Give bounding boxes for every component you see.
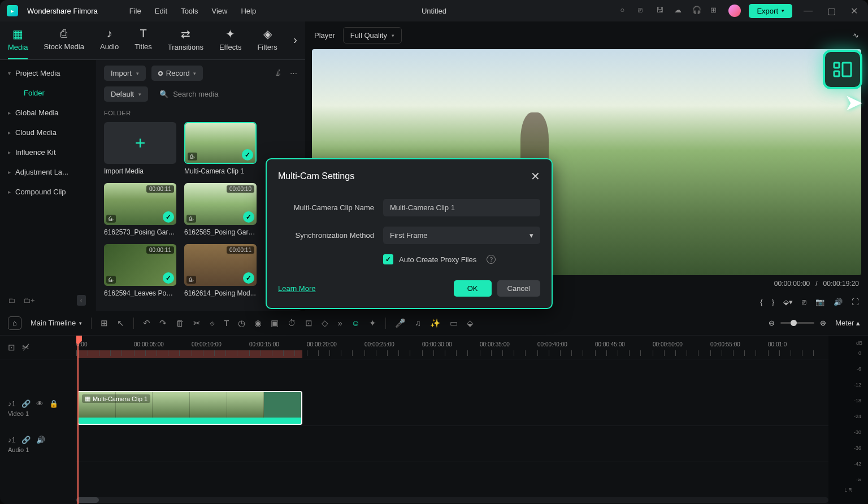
waveform-icon[interactable]: ∿ <box>853 31 859 40</box>
minimize-button[interactable]: — <box>800 6 816 16</box>
save-icon[interactable]: 🖫 <box>656 6 666 16</box>
sidebar-influence-kit[interactable]: ▸Influence Kit <box>0 142 96 162</box>
sort-dropdown[interactable]: Default▾ <box>104 86 148 102</box>
speed-icon[interactable]: ◷ <box>238 318 245 328</box>
proxy-checkbox[interactable]: ✓ <box>383 254 393 264</box>
record-status-icon[interactable]: ○ <box>620 6 630 16</box>
undo-icon[interactable]: ↶ <box>143 318 150 328</box>
tabs-more-button[interactable]: › <box>293 33 297 53</box>
menu-edit[interactable]: Edit <box>155 7 167 15</box>
bracket-open-icon[interactable]: { <box>760 298 762 306</box>
track-icon[interactable]: ⊡ <box>305 318 313 328</box>
collapse-sidebar-icon[interactable]: ‹ <box>77 295 86 306</box>
sync-method-select[interactable]: First Frame▾ <box>383 227 540 244</box>
maximize-button[interactable]: ▢ <box>824 6 839 16</box>
enhance-icon[interactable]: ✦ <box>369 318 376 328</box>
user-avatar[interactable] <box>728 5 741 17</box>
sidebar-folder[interactable]: Folder <box>0 83 96 103</box>
tab-titles[interactable]: TTitles <box>134 27 152 59</box>
sidebar-compound-clip[interactable]: ▸Compound Clip <box>0 182 96 202</box>
quality-dropdown[interactable]: Full Quality▾ <box>343 27 402 44</box>
media-tile[interactable]: 00:00:11⎙ₚ✓6162614_Posing Mod... <box>184 244 257 297</box>
volume-icon[interactable]: 🔊 <box>834 298 843 306</box>
tab-audio[interactable]: ♪Audio <box>100 27 119 59</box>
tl-opt2-icon[interactable]: ✂̸ <box>22 342 29 353</box>
sidebar-adjustment-layer[interactable]: ▸Adjustment La... <box>0 162 96 182</box>
sidebar-project-media[interactable]: ▾Project Media <box>0 63 96 83</box>
speaker-icon[interactable]: 🔊 <box>36 436 45 444</box>
ok-button[interactable]: OK <box>454 280 492 297</box>
keyframe-icon[interactable]: ◇ <box>322 318 328 328</box>
media-tile[interactable]: 00:00:11⎙ₚ✓6162594_Leaves Posin... <box>104 244 176 297</box>
link-icon[interactable]: 🔗 <box>21 399 31 408</box>
headphones-icon[interactable]: 🎧 <box>692 6 702 16</box>
crop-icon[interactable]: ⟐ <box>210 318 215 328</box>
sidebar-global-media[interactable]: ▸Global Media <box>0 103 96 123</box>
video-track-header[interactable]: ♪1🔗👁🔒 Video 1 <box>0 390 76 426</box>
cancel-button[interactable]: Cancel <box>497 280 540 297</box>
zoom-control[interactable]: ⊖ ⊕ <box>769 319 826 327</box>
ai-icon[interactable]: ☺ <box>351 318 360 328</box>
pointer-icon[interactable]: ↖ <box>117 318 124 328</box>
audio-track[interactable] <box>76 426 828 462</box>
menu-file[interactable]: File <box>129 7 141 15</box>
media-tile[interactable]: 00:00:11⎙ₚ✓6162573_Posing Gard... <box>104 183 176 236</box>
frame-icon[interactable]: ▭ <box>450 318 458 328</box>
marker2-icon[interactable]: ⬙ <box>467 318 474 328</box>
sparkle-icon[interactable]: ✨ <box>430 318 441 328</box>
tab-media[interactable]: ▦Media <box>8 27 28 59</box>
timeline-home-icon[interactable]: ⌂ <box>8 316 21 330</box>
close-button[interactable]: ✕ <box>847 6 861 16</box>
search-input[interactable]: 🔍Search media <box>154 86 297 102</box>
audio-track-header[interactable]: ♪1🔗🔊 Audio 1 <box>0 426 76 462</box>
delete-icon[interactable]: 🗑 <box>176 318 184 328</box>
new-bin-icon[interactable]: 🗀+ <box>23 296 35 305</box>
menu-help[interactable]: Help <box>241 7 256 15</box>
timeline-ruler[interactable]: 0:0000:00:05:0000:00:10:0000:00:15:0000:… <box>76 336 828 359</box>
media-tile[interactable]: ⎙ₚ✓Multi-Camera Clip 1 <box>184 122 257 175</box>
redo-icon[interactable]: ↷ <box>159 318 167 328</box>
fullscreen-icon[interactable]: ⛶ <box>852 298 859 306</box>
timeline-select[interactable]: Main Timeline▾ <box>31 319 82 327</box>
meter-toggle[interactable]: Meter ▴ <box>835 319 860 327</box>
zoom-in-icon[interactable]: ⊕ <box>820 319 826 327</box>
modal-close-button[interactable]: ✕ <box>531 170 540 183</box>
playhead[interactable] <box>77 336 79 504</box>
multicam-view-button[interactable] <box>823 50 862 89</box>
info-icon[interactable]: ? <box>487 255 496 264</box>
tab-stock-media[interactable]: ⎙Stock Media <box>44 27 84 59</box>
screen-icon[interactable]: ⎚ <box>638 6 648 16</box>
speed2-icon[interactable]: ⏱ <box>288 318 296 328</box>
media-tile[interactable]: 00:00:10⎙ₚ✓6162585_Posing Gard... <box>184 183 257 236</box>
filter-icon[interactable]: ⫝̸ <box>275 69 282 77</box>
mask-icon[interactable]: ▣ <box>271 318 279 328</box>
lock-icon[interactable]: 🔒 <box>49 399 58 408</box>
record-dropdown[interactable]: Record▾ <box>151 66 203 81</box>
display-icon[interactable]: ⎚ <box>802 298 806 306</box>
timeline-tracks[interactable]: 0:0000:00:05:0000:00:10:0000:00:15:0000:… <box>76 336 828 504</box>
more-tools-icon[interactable]: » <box>337 318 342 328</box>
link2-icon[interactable]: 🔗 <box>21 436 31 444</box>
cut-icon[interactable]: ✂ <box>193 318 201 328</box>
zoom-slider[interactable] <box>780 322 814 324</box>
apps-icon[interactable]: ⊞ <box>710 6 721 16</box>
color-icon[interactable]: ◉ <box>254 318 262 328</box>
tl-opt1-icon[interactable]: ⊡ <box>8 342 15 353</box>
tab-effects[interactable]: ✦Effects <box>219 27 242 59</box>
mic-icon[interactable]: 🎤 <box>395 318 406 328</box>
import-dropdown[interactable]: Import▾ <box>104 66 146 81</box>
tab-filters[interactable]: ◈Filters <box>257 27 277 59</box>
sidebar-cloud-media[interactable]: ▸Cloud Media <box>0 123 96 142</box>
grid-icon[interactable]: ⊞ <box>101 318 108 328</box>
more-icon[interactable]: ⋯ <box>290 69 297 77</box>
timeline-scrollbar[interactable] <box>76 497 828 503</box>
clip-name-input[interactable]: Multi-Camera Clip 1 <box>383 199 540 216</box>
new-folder-icon[interactable]: 🗀 <box>8 296 15 305</box>
text-icon[interactable]: T <box>224 318 229 328</box>
cloud-icon[interactable]: ☁ <box>674 6 684 16</box>
marker-icon[interactable]: ⬙▾ <box>783 298 793 306</box>
video-track[interactable]: ▦Multi-Camera Clip 1 <box>76 390 828 426</box>
snapshot-icon[interactable]: 📷 <box>815 298 824 306</box>
import-media-tile[interactable]: +Import Media <box>104 122 176 175</box>
timeline-clip[interactable]: ▦Multi-Camera Clip 1 <box>77 391 302 425</box>
